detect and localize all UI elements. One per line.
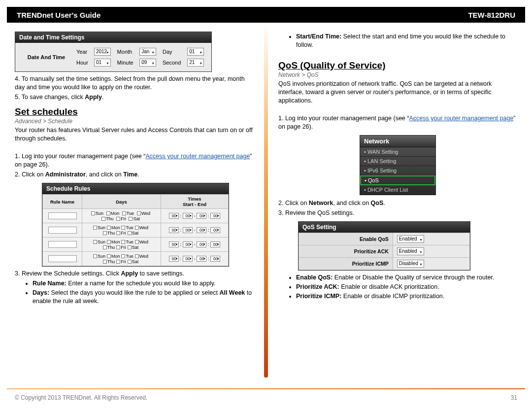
sel-prioritize-icmp[interactable]: Disabled xyxy=(397,260,424,268)
schedule-rules-widget: Schedule Rules Rule Name Days Times Star… xyxy=(42,183,229,267)
year-select[interactable]: 2012 xyxy=(94,48,111,56)
link-router-mgmt-1[interactable]: Access your router management page xyxy=(145,153,250,160)
cb-fri[interactable] xyxy=(116,217,120,221)
bullet-start-end: Start/End Time: Select the start and end… xyxy=(296,33,517,49)
cb-tue[interactable] xyxy=(122,211,126,215)
right-column: Start/End Time: Select the start and end… xyxy=(278,32,517,377)
net-menu-title: Network xyxy=(360,136,435,147)
page-footer: © Copyright 2013 TRENDnet. All Rights Re… xyxy=(15,394,517,401)
section-set-schedules: Set schedules xyxy=(15,106,254,117)
qos-title: QoS Setting xyxy=(299,222,470,233)
month-select[interactable]: Jan xyxy=(139,48,156,56)
col-days: Days xyxy=(82,195,161,209)
date-time-widget: Date and Time Settings Date And Time Yea… xyxy=(15,32,212,72)
qos-step-3: 3. Review the QoS settings. xyxy=(278,209,517,217)
dt-row-label: Date And Time xyxy=(19,47,73,68)
page-number: 31 xyxy=(511,394,517,401)
header-right: TEW-812DRU xyxy=(468,11,515,19)
bullet-prioritize-icmp: Prioritize ICMP: Enable or disable ICMP … xyxy=(296,292,517,301)
schedule-intro: Your router has features Virtual Server … xyxy=(15,126,254,143)
rule-name-input[interactable] xyxy=(48,227,77,234)
cb-mon[interactable] xyxy=(106,211,110,215)
qos-step-2: 2. Click on Network, and click on QoS. xyxy=(278,199,517,207)
column-divider xyxy=(264,23,268,377)
schedule-row: SunMonTueWedThuFriSat 00 : 00 - 00 : 00 xyxy=(43,252,229,266)
lbl-prioritize-ack: Prioritize ACK xyxy=(299,245,393,257)
start-m[interactable]: 00 xyxy=(183,213,193,219)
page-header: TRENDnet User's Guide TEW-812DRU xyxy=(7,7,525,23)
menu-lan-setting[interactable]: LAN Setting xyxy=(360,157,435,166)
step-5-text: 5. To save changes, click Apply. xyxy=(15,93,254,102)
second-label: Second xyxy=(163,60,181,66)
menu-dhcp-client-list[interactable]: DHCP Client List xyxy=(360,185,435,195)
breadcrumb-schedule: Advanced > Schedule xyxy=(15,118,254,125)
qos-setting-widget: QoS Setting Enable QoSEnabled Prioritize… xyxy=(298,221,470,271)
section-qos: QoS (Quality of Service) xyxy=(278,60,517,71)
breadcrumb-qos: Network > QoS xyxy=(278,71,517,78)
day-label: Day xyxy=(163,49,172,55)
qos-intro: QoS involves prioritization of network t… xyxy=(278,80,517,105)
rule-name-input[interactable] xyxy=(48,241,77,248)
sel-prioritize-ack[interactable]: Enabled xyxy=(397,247,424,255)
copyright: © Copyright 2013 TRENDnet. All Rights Re… xyxy=(15,394,147,401)
dt-title: Date and Time Settings xyxy=(15,32,211,43)
sched-step-3: 3. Review the Schedule settings. Click A… xyxy=(15,270,254,278)
cb-thu[interactable] xyxy=(101,217,105,221)
cb-sat[interactable] xyxy=(129,217,133,221)
rule-name-input[interactable] xyxy=(48,255,77,262)
bullet-enable-qos: Enable QoS: Enable or Disable the Qualit… xyxy=(296,274,517,282)
left-column: Date and Time Settings Date And Time Yea… xyxy=(15,32,254,377)
lbl-enable-qos: Enable QoS xyxy=(299,233,393,245)
days-cell: Sun Mon Tue Wed Thu Fri Sat xyxy=(82,209,161,223)
cb-sun[interactable] xyxy=(91,211,95,215)
step-4-text: 4. To manually set the time settings. Se… xyxy=(15,75,254,92)
end-h[interactable]: 00 xyxy=(197,213,206,219)
year-label: Year xyxy=(76,49,87,55)
hour-select[interactable]: 01 xyxy=(94,59,111,67)
minute-label: Minute xyxy=(117,60,133,66)
sched-title: Schedule Rules xyxy=(42,183,229,194)
day-select[interactable]: 01 xyxy=(187,48,204,56)
second-select[interactable]: 21 xyxy=(187,59,204,67)
cb-wed[interactable] xyxy=(137,211,141,215)
end-m[interactable]: 00 xyxy=(210,213,220,219)
month-label: Month xyxy=(117,49,133,55)
col-times: Times Start - End xyxy=(161,195,228,209)
sel-enable-qos[interactable]: Enabled xyxy=(397,235,424,243)
col-rule-name: Rule Name xyxy=(43,195,82,209)
sched-step-2: 2. Click on Administrator, and click on … xyxy=(15,171,254,179)
times-cell: 00 : 00 - 00 : 00 xyxy=(161,209,228,223)
menu-wan-setting[interactable]: WAN Setting xyxy=(360,147,435,157)
header-left: TRENDnet User's Guide xyxy=(17,11,100,19)
menu-qos[interactable]: QoS xyxy=(360,175,435,185)
network-menu: Network WAN Setting LAN Setting IPv6 Set… xyxy=(360,135,436,195)
hour-label: Hour xyxy=(76,60,88,66)
bullet-days: Days: Select the days you would like the… xyxy=(33,289,254,306)
schedule-row: Sun Mon Tue Wed Thu Fri Sat 00 : 00 - 00… xyxy=(43,209,229,223)
minute-select[interactable]: 09 xyxy=(139,59,156,67)
menu-ipv6-setting[interactable]: IPv6 Setting xyxy=(360,166,435,175)
schedule-row: SunMonTueWedThuFriSat 00 : 00 - 00 : 00 xyxy=(43,238,229,252)
link-router-mgmt-2[interactable]: Access your router management page xyxy=(409,115,513,122)
qos-step-1: 1. Log into your router management page … xyxy=(278,114,517,131)
footer-divider xyxy=(7,388,525,389)
lbl-prioritize-icmp: Prioritize ICMP xyxy=(299,257,393,270)
start-h[interactable]: 00 xyxy=(169,213,179,219)
bullet-rule-name: Rule Name: Enter a name for the schedule… xyxy=(33,279,254,288)
sched-step-1: 1. Log into your router management page … xyxy=(15,152,254,169)
schedule-row: SunMonTueWedThuFriSat 00 : 00 - 00 : 00 xyxy=(43,223,229,238)
bullet-prioritize-ack: Prioritize ACK: Enable or disable ACK pr… xyxy=(296,283,517,291)
rule-name-input[interactable] xyxy=(48,212,77,219)
